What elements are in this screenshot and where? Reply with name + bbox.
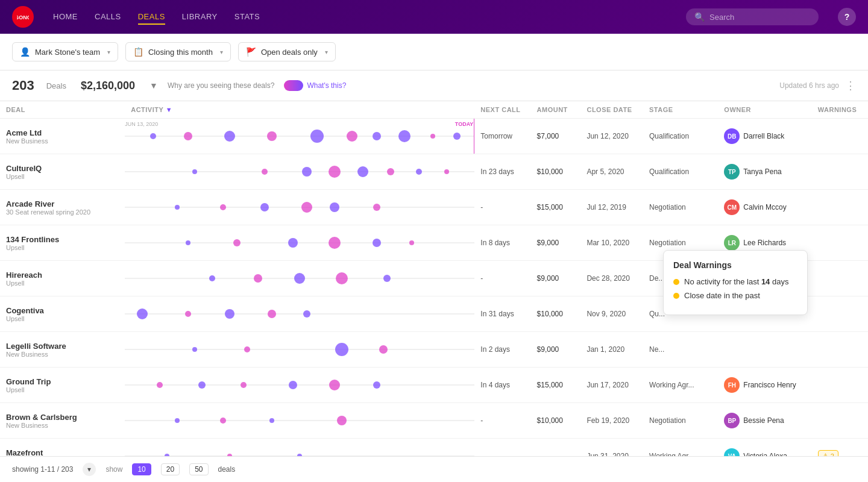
deal-name[interactable]: Cogentiva (6, 306, 119, 315)
nav-deals[interactable]: DEALS (138, 10, 165, 25)
deal-sub: Upsell (6, 315, 119, 322)
period-chevron-icon: ▾ (220, 49, 223, 55)
search-input[interactable] (709, 13, 810, 22)
next-call-cell: In 8 days (474, 225, 530, 261)
team-filter[interactable]: 👤 Mark Stone's team ▾ (12, 42, 118, 61)
stage-cell: Working Agr... (643, 368, 718, 403)
deal-name[interactable]: CultureIQ (6, 164, 119, 173)
deal-type-filter[interactable]: 🚩 Open deals only ▾ (238, 42, 336, 61)
col-activity-header[interactable]: ACTIVITY ▼ (125, 101, 474, 119)
table-row[interactable]: Acme LtdNew BusinessJUN 13, 2020TODAYTom… (0, 119, 868, 154)
deal-name[interactable]: Hirereach (6, 271, 119, 280)
activity-cell[interactable] (125, 332, 474, 368)
activity-bubble (373, 239, 381, 247)
activity-bubble (254, 274, 262, 283)
warnings-cell (812, 332, 868, 368)
deal-sub: Upsell (6, 173, 119, 180)
calendar-icon: 📋 (133, 47, 143, 57)
page-size-20[interactable]: 20 (161, 463, 180, 475)
page-size-10[interactable]: 10 (132, 463, 151, 475)
tooltip-item-1: No activity for the last 14 days (673, 277, 797, 286)
owner-cell: FHFrancisco Henry (718, 368, 811, 403)
deal-type-label: Open deals only (261, 48, 318, 57)
deal-name[interactable]: Legelli Software (6, 342, 119, 351)
deal-name[interactable]: Acme Ltd (6, 128, 119, 137)
amount-cell: $9,000 (531, 261, 581, 296)
deal-name-cell: Ground TripUpsell (0, 368, 125, 403)
activity-cell[interactable] (125, 225, 474, 261)
amount-cell: $15,000 (531, 368, 581, 403)
warnings-cell (812, 261, 868, 296)
nav-calls[interactable]: CALLS (95, 10, 121, 25)
deal-name[interactable]: Brown & Carlsberg (6, 413, 119, 422)
nav-home[interactable]: HOME (53, 10, 78, 25)
deal-amount: $2,160,000 (81, 80, 135, 92)
stage-cell: Qualification (643, 154, 718, 190)
warnings-cell (812, 119, 868, 154)
logo[interactable]: GONG (12, 6, 34, 28)
activity-cell[interactable]: JUN 13, 2020TODAY (125, 119, 474, 154)
filter-icon-btn[interactable]: ▼ (149, 81, 158, 90)
amount-cell: $9,000 (531, 225, 581, 261)
page-size-50[interactable]: 50 (189, 463, 208, 475)
owner-name: Calvin Mccoy (743, 203, 786, 211)
whats-this-toggle[interactable]: What's this? (284, 80, 346, 91)
close-date-cell: Feb 19, 2020 (580, 403, 643, 439)
activity-cell[interactable] (125, 368, 474, 403)
activity-bubble (184, 132, 192, 140)
activity-cell[interactable] (125, 296, 474, 332)
activity-cell[interactable] (125, 190, 474, 225)
table-row[interactable]: Ground TripUpsellIn 4 days$15,000Jun 17,… (0, 368, 868, 403)
team-chevron-icon: ▾ (107, 49, 110, 55)
table-row[interactable]: Legelli SoftwareNew BusinessIn 2 days$9,… (0, 332, 868, 368)
nav-stats[interactable]: STATS (234, 10, 260, 25)
deal-name[interactable]: 134 Frontlines (6, 235, 119, 244)
next-call-cell: In 31 days (474, 296, 530, 332)
table-row[interactable]: Brown & CarlsbergNew Business-$10,000Feb… (0, 403, 868, 439)
activity-bubble (175, 418, 180, 423)
search-bar[interactable]: 🔍 (686, 8, 819, 25)
help-button[interactable]: ? (838, 8, 856, 26)
activity-bubble (192, 347, 197, 352)
deal-sub: New Business (6, 137, 119, 145)
activity-bubble (192, 169, 197, 174)
activity-bubble (244, 346, 250, 352)
nav-library[interactable]: LIBRARY (182, 10, 218, 25)
col-deal-header: DEAL (0, 101, 125, 119)
activity-cell[interactable] (125, 154, 474, 190)
show-label: show (105, 465, 122, 474)
activity-bubble (303, 310, 310, 318)
activity-bubble (302, 167, 312, 177)
activity-cell[interactable] (125, 403, 474, 439)
owner-cell (718, 332, 811, 368)
close-date-cell: Dec 28, 2020 (580, 261, 643, 296)
deal-warnings-tooltip: Deal Warnings No activity for the last 1… (663, 250, 808, 315)
activity-bubble (269, 418, 274, 423)
page-down-button[interactable]: ▾ (83, 463, 96, 475)
footer: showing 1-11 / 203 ▾ show 10 20 50 deals (0, 456, 868, 475)
stage-cell: Negotiation (643, 190, 718, 225)
table-row[interactable]: Arcade River30 Seat renewal spring 2020-… (0, 190, 868, 225)
whats-this-text: What's this? (307, 81, 346, 90)
close-date-cell: Apr 5, 2020 (580, 154, 643, 190)
deal-name-cell: CultureIQUpsell (0, 154, 125, 190)
col-next-call-header: NEXT CALL (474, 101, 530, 119)
deal-name[interactable]: Arcade River (6, 199, 119, 208)
amount-cell: $15,000 (531, 190, 581, 225)
col-stage-header: STAGE (643, 101, 718, 119)
why-text[interactable]: Why are you seeing these deals? (168, 81, 274, 90)
activity-bubble (379, 345, 388, 354)
activity-bubble (262, 169, 268, 175)
col-warnings-header: WARNINGS (812, 101, 868, 119)
deal-name[interactable]: Ground Trip (6, 377, 119, 386)
more-button[interactable]: ⋮ (845, 79, 856, 92)
activity-bubble (387, 168, 394, 175)
period-filter[interactable]: 📋 Closing this month ▾ (125, 42, 231, 61)
next-call-cell: - (474, 403, 530, 439)
next-call-cell: - (474, 190, 530, 225)
activity-bubble (220, 204, 226, 210)
deal-sub: New Business (6, 351, 119, 358)
avatar: CM (724, 199, 740, 215)
table-row[interactable]: CultureIQUpsellIn 23 days$10,000Apr 5, 2… (0, 154, 868, 190)
activity-cell[interactable] (125, 261, 474, 296)
